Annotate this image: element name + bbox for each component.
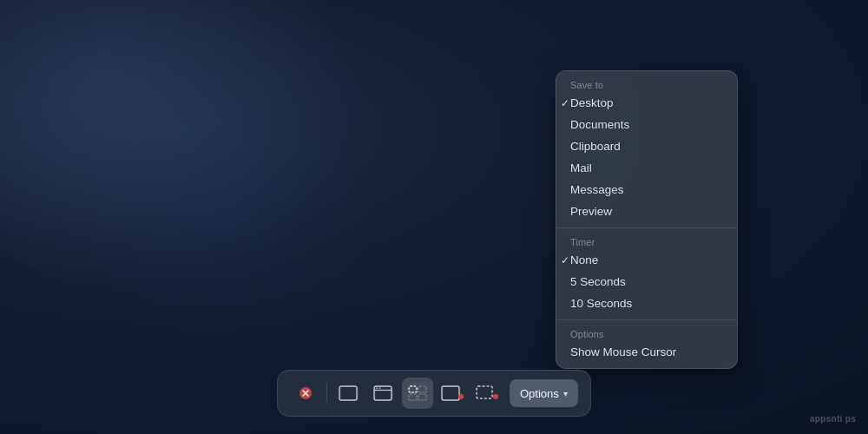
toolbar-btn-selection[interactable] [402, 378, 433, 409]
menu-item-label: 5 Seconds [570, 275, 626, 288]
svg-point-7 [379, 387, 381, 389]
menu-item-none[interactable]: ✓None [556, 249, 737, 271]
menu-item-label: 10 Seconds [570, 297, 632, 310]
svg-point-6 [376, 387, 378, 389]
options-dropdown: Save to✓DesktopDocumentsClipboardMailMes… [556, 70, 738, 369]
fullscreen-icon [339, 385, 358, 401]
menu-item-label: None [570, 253, 598, 266]
svg-point-15 [493, 394, 498, 399]
svg-rect-12 [442, 386, 459, 400]
svg-rect-11 [418, 394, 426, 400]
bg-decoration-2 [69, 87, 373, 347]
svg-rect-14 [477, 386, 492, 398]
menu-item-desktop[interactable]: ✓Desktop [556, 92, 737, 114]
svg-point-13 [458, 394, 464, 399]
close-icon [299, 386, 312, 400]
desktop-background [0, 0, 868, 434]
svg-rect-8 [409, 386, 417, 392]
chevron-down-icon: ▾ [563, 389, 568, 398]
svg-rect-10 [409, 394, 417, 400]
toolbar-divider [326, 383, 327, 404]
menu-item-label: Mail [570, 161, 592, 174]
svg-rect-3 [339, 386, 357, 400]
menu-item-label: Show Mouse Cursor [570, 345, 676, 358]
menu-item-label: Documents [570, 118, 629, 131]
menu-item-show-mouse[interactable]: Show Mouse Cursor [556, 341, 737, 363]
window-icon [373, 385, 392, 401]
toolbar-btn-close[interactable] [290, 378, 321, 409]
menu-section-save-to: Save to✓DesktopDocumentsClipboardMailMes… [556, 71, 737, 227]
menu-item-label: Messages [570, 183, 624, 196]
menu-item-10s[interactable]: 10 Seconds [556, 293, 737, 314]
toolbar-btn-selection-record[interactable] [471, 378, 503, 409]
toolbar-btn-window[interactable] [367, 378, 398, 409]
menu-item-5s[interactable]: 5 Seconds [556, 271, 737, 293]
toolbar-btn-screen-record[interactable] [437, 378, 468, 409]
watermark: appsnti ps [810, 414, 856, 424]
options-button[interactable]: Options▾ [510, 379, 578, 407]
menu-item-messages[interactable]: Messages [556, 179, 737, 201]
selection-icon [408, 385, 427, 401]
section-label-save-to: Save to [556, 76, 737, 92]
menu-item-mail[interactable]: Mail [556, 157, 737, 179]
menu-item-label: Desktop [570, 96, 614, 109]
screen-record-icon [441, 385, 464, 401]
menu-item-label: Preview [570, 205, 612, 218]
section-label-timer: Timer [556, 233, 737, 249]
svg-rect-9 [418, 386, 426, 392]
selection-record-icon [476, 385, 498, 401]
menu-section-timer: Timer✓None5 Seconds10 Seconds [556, 227, 737, 319]
checkmark-icon: ✓ [561, 254, 569, 266]
checkmark-icon: ✓ [561, 97, 569, 109]
options-button-label: Options [520, 387, 559, 400]
screenshot-toolbar: Options▾ [277, 370, 591, 417]
section-label-options: Options [556, 326, 737, 341]
toolbar-btn-fullscreen[interactable] [332, 378, 364, 409]
menu-section-options: OptionsShow Mouse Cursor [556, 319, 737, 368]
menu-item-documents[interactable]: Documents [556, 114, 737, 135]
menu-item-clipboard[interactable]: Clipboard [556, 135, 737, 157]
menu-item-preview[interactable]: Preview [556, 201, 737, 222]
menu-item-label: Clipboard [570, 140, 621, 153]
